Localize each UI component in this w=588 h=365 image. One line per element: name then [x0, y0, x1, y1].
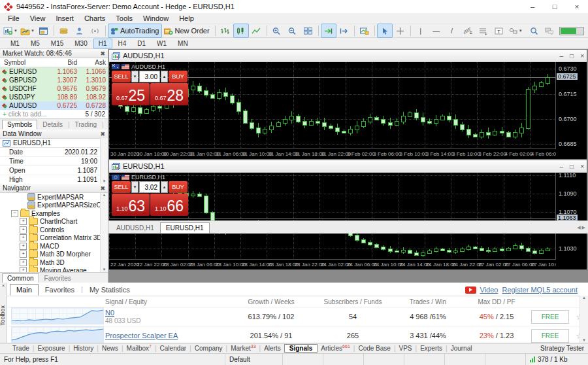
- tile-windows-icon[interactable]: [301, 24, 316, 38]
- status-profile[interactable]: Default: [225, 354, 282, 365]
- market-watch-row-audusd[interactable]: AUDUSD0.67250.6728: [0, 101, 108, 110]
- market-watch-row-usdjpy[interactable]: USDJPY108.89108.92: [0, 93, 108, 101]
- data-window-scrollbar[interactable]: ▼: [100, 138, 108, 184]
- toolbox-tab-vps[interactable]: VPS: [396, 345, 416, 352]
- timeframe-m15[interactable]: M15: [46, 39, 69, 48]
- chart-shift-icon[interactable]: [336, 24, 352, 38]
- signals-tab-main[interactable]: Main: [10, 284, 39, 296]
- plus-expand-icon[interactable]: +: [20, 243, 27, 250]
- close-icon[interactable]: ✖: [100, 185, 105, 192]
- tab-common[interactable]: Common: [2, 273, 39, 283]
- menu-charts[interactable]: Charts: [79, 14, 110, 23]
- volume-field[interactable]: 3.02: [139, 181, 160, 193]
- trendline-icon[interactable]: /: [444, 24, 460, 38]
- tree-item-correlation-matrix-3d[interactable]: +Correlation Matrix 3D: [0, 234, 108, 243]
- buy-button[interactable]: BUY: [169, 181, 188, 193]
- col-growth-weeks[interactable]: Growth / Weeks: [229, 298, 314, 305]
- close-icon[interactable]: ×: [0, 283, 7, 288]
- timeframe-h4[interactable]: H4: [113, 39, 132, 48]
- strategy-tester-label[interactable]: Strategy Tester: [540, 345, 584, 352]
- register-mql5-link[interactable]: Register MQL5 account: [502, 286, 578, 294]
- line-chart-icon[interactable]: [249, 24, 265, 38]
- minimize-icon[interactable]: –: [521, 0, 544, 13]
- chart-window-titlebar[interactable]: AUDUSD,H1 – □ ×: [109, 50, 587, 62]
- buy-price[interactable]: 1.1066: [150, 194, 188, 216]
- col-trades-win[interactable]: Trades / Win: [392, 298, 464, 305]
- bar-chart-icon[interactable]: [218, 24, 233, 38]
- chart-window-eurusd[interactable]: EURUSD,H1 – □ × EURUSD,H1 SELL: [108, 160, 587, 269]
- volume-down-icon[interactable]: ▼: [131, 71, 139, 82]
- tree-item-expertmapsarsizeoptim[interactable]: ExpertMAPSARSizeOptim: [0, 201, 108, 210]
- timeframe-h1[interactable]: H1: [93, 39, 112, 48]
- menu-window[interactable]: Window: [138, 14, 174, 23]
- sell-price[interactable]: 0.6725: [112, 83, 150, 105]
- templates-icon[interactable]: [357, 24, 372, 38]
- chart-window-audusd[interactable]: AUDUSD,H1 – □ × AUDUSD,H1 SELL: [108, 49, 587, 159]
- toolbox-tab-exposure[interactable]: Exposure: [34, 345, 68, 352]
- free-button[interactable]: FREE: [531, 329, 569, 343]
- menu-tools[interactable]: Tools: [110, 14, 138, 23]
- market-watch-row-usdchf[interactable]: USDCHF0.96760.9679: [0, 84, 108, 93]
- toolbox-tab-alerts[interactable]: Alerts: [261, 345, 284, 352]
- timeframe-m5[interactable]: M5: [25, 39, 45, 48]
- sell-button[interactable]: SELL: [112, 71, 131, 82]
- tree-item-examples[interactable]: −Examples: [0, 209, 108, 218]
- plus-expand-icon[interactable]: +: [20, 251, 27, 258]
- text-icon[interactable]: T: [491, 24, 507, 38]
- col-maxdd-pf[interactable]: Max DD / PF: [464, 298, 529, 305]
- tree-item-math-3d[interactable]: +Math 3D: [0, 258, 108, 267]
- add-symbol-label[interactable]: click to add...: [8, 111, 46, 118]
- close-icon[interactable]: ×: [580, 163, 584, 170]
- toolbox-tab-calendar[interactable]: Calendar: [157, 345, 190, 352]
- col-bid[interactable]: Bid: [48, 59, 77, 66]
- tree-item-expertmapsar[interactable]: ExpertMAPSAR: [0, 193, 108, 201]
- timeframe-d1[interactable]: D1: [132, 39, 151, 48]
- plus-expand-icon[interactable]: +: [20, 226, 27, 234]
- chat-icon[interactable]: [544, 27, 554, 35]
- fibo-icon[interactable]: E: [460, 24, 476, 38]
- toolbox-tab-trade[interactable]: Trade: [9, 345, 33, 352]
- chart-plot-eurusd[interactable]: EURUSD,H1 SELL ▼ 3.02 ▲ BUY 1.1063 1.106…: [109, 173, 556, 260]
- new-order-button[interactable]: New Order: [162, 24, 212, 38]
- chart-plot-audusd[interactable]: AUDUSD,H1 SELL ▼ 3.00 ▲ BUY 0.6725 0.672…: [109, 62, 556, 149]
- col-signal-equity[interactable]: Signal / Equity: [105, 298, 229, 305]
- autotrading-button[interactable]: AutoTrading: [108, 24, 163, 38]
- col-subscribers-funds[interactable]: Subscribers / Funds: [314, 298, 392, 305]
- shapes-icon[interactable]: ▼: [507, 24, 524, 38]
- toolbox-tab-journal[interactable]: Journal: [448, 345, 476, 352]
- crosshair-icon[interactable]: [393, 24, 408, 38]
- tree-item-moving-average[interactable]: +Moving Average: [0, 267, 108, 273]
- timeframe-m30[interactable]: M30: [69, 39, 92, 48]
- navigator-scrollbar[interactable]: ▲▼: [100, 193, 108, 272]
- close-icon[interactable]: ×: [566, 0, 588, 13]
- tab-details[interactable]: Details: [37, 120, 68, 130]
- vertical-line-icon[interactable]: |: [413, 24, 429, 38]
- navigator-icon[interactable]: [72, 24, 88, 38]
- market-watch-add-row[interactable]: + click to add... 5 / 302: [0, 110, 108, 118]
- maximize-icon[interactable]: □: [544, 0, 566, 13]
- tree-item-controls[interactable]: +Controls: [0, 226, 108, 234]
- candle-chart-icon[interactable]: [233, 24, 249, 38]
- volume-field[interactable]: 3.00: [139, 71, 160, 82]
- market-watch-row-eurusd[interactable]: EURUSD1.10631.1066: [0, 67, 108, 76]
- horizontal-line-icon[interactable]: —: [429, 24, 444, 38]
- plus-expand-icon[interactable]: +: [20, 267, 27, 272]
- tab-trading[interactable]: Trading: [70, 120, 103, 130]
- auto-scroll-icon[interactable]: [321, 24, 336, 38]
- signal-name-link[interactable]: Prospector Scalper EA: [105, 332, 178, 339]
- toolbox-window-icon[interactable]: [36, 24, 52, 38]
- minus-expand-icon[interactable]: −: [11, 210, 18, 217]
- menu-view[interactable]: View: [25, 14, 51, 23]
- zoom-in-icon[interactable]: [269, 24, 285, 38]
- tree-item-math-3d-morpher[interactable]: +Math 3D Morpher: [0, 251, 108, 259]
- tab-favorites[interactable]: Favorites: [39, 273, 76, 283]
- plus-expand-icon[interactable]: +: [20, 234, 27, 241]
- maximize-icon[interactable]: □: [570, 52, 574, 60]
- sell-price[interactable]: 1.1063: [112, 194, 150, 216]
- tree-item-chartinchart[interactable]: +ChartInChart: [0, 218, 108, 226]
- plus-expand-icon[interactable]: +: [20, 259, 27, 266]
- broadcast-icon[interactable]: [88, 24, 103, 38]
- buy-price[interactable]: 0.6728: [150, 83, 188, 105]
- zoom-out-icon[interactable]: [285, 24, 301, 38]
- menu-file[interactable]: File: [3, 14, 25, 23]
